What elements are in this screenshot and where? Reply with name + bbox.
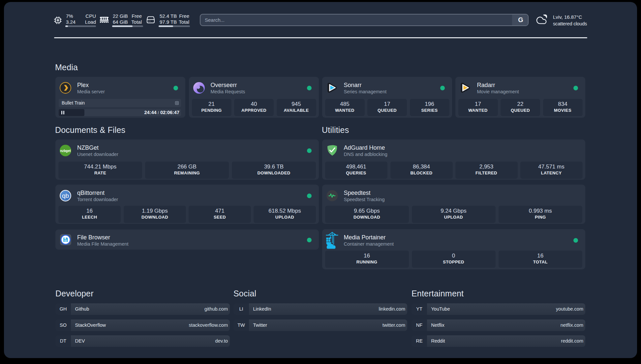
svg-text:qb: qb bbox=[62, 192, 69, 199]
svg-text:nzbget: nzbget bbox=[60, 149, 71, 153]
